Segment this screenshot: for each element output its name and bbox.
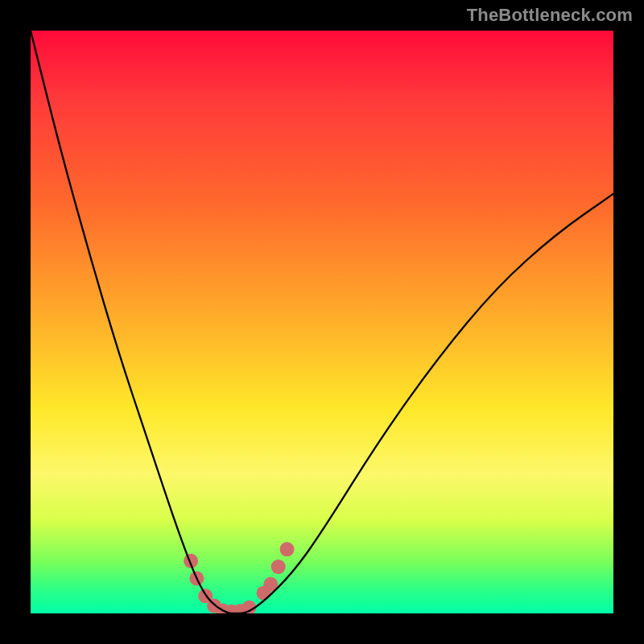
chart-data-marker	[271, 559, 286, 574]
chart-marker-layer	[184, 542, 294, 613]
chart-frame: TheBottleneck.com	[0, 0, 644, 644]
watermark-text: TheBottleneck.com	[467, 5, 633, 26]
chart-svg	[31, 31, 613, 613]
chart-curve	[31, 31, 613, 613]
chart-plot-area	[31, 31, 613, 613]
chart-data-marker	[280, 542, 295, 556]
